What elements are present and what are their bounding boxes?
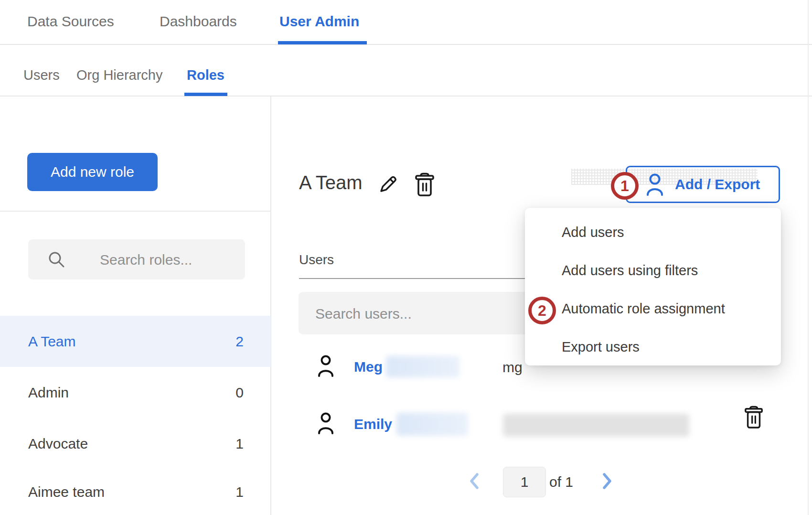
- tab-dashboards[interactable]: Dashboards: [160, 13, 237, 30]
- page-count-label: of 1: [549, 474, 573, 490]
- delete-user-button[interactable]: [743, 404, 764, 432]
- role-list-item[interactable]: Aimee team 1: [0, 469, 271, 515]
- tab-data-sources[interactable]: Data Sources: [27, 13, 114, 30]
- role-title: A Team: [299, 172, 363, 193]
- role-name: Admin: [28, 385, 69, 401]
- trash-icon: [414, 192, 436, 199]
- user-icon: [317, 355, 334, 379]
- role-name: Aimee team: [28, 484, 105, 500]
- annotation-badge-2: 2: [528, 297, 556, 324]
- add-export-button[interactable]: Add / Export: [626, 166, 780, 203]
- role-user-count: 2: [235, 333, 244, 350]
- search-icon: [47, 250, 66, 271]
- chevron-left-icon: [467, 486, 481, 493]
- menu-item-add-users-filters[interactable]: Add users using filters: [525, 251, 781, 290]
- user-icon: [317, 412, 334, 436]
- menu-item-export-users[interactable]: Export users: [525, 328, 781, 366]
- active-subtab-underline: [184, 93, 227, 96]
- menu-item-add-users[interactable]: Add users: [525, 213, 781, 251]
- user-name-link[interactable]: Meg: [354, 359, 383, 375]
- delete-role-button[interactable]: [414, 172, 436, 199]
- add-export-menu: Add users Add users using filters Automa…: [525, 208, 781, 365]
- role-name: Advocate: [28, 436, 88, 452]
- redacted-email: [503, 414, 689, 437]
- user-name-link[interactable]: Emily: [354, 416, 392, 432]
- chevron-right-icon: [600, 486, 614, 493]
- redacted-last-name: [396, 413, 468, 436]
- search-roles-input[interactable]: [99, 239, 239, 280]
- previous-page-button[interactable]: [467, 471, 481, 493]
- user-email-fragment: mg: [502, 359, 523, 376]
- next-page-button[interactable]: [600, 471, 614, 493]
- trash-icon: [743, 425, 764, 432]
- search-roles-box: [28, 239, 245, 279]
- role-user-count: 0: [235, 385, 244, 401]
- tab-org-hierarchy[interactable]: Org Hierarchy: [76, 67, 163, 83]
- role-list-item[interactable]: Advocate 1: [0, 418, 271, 469]
- sub-navigation: Users Org Hierarchy Roles: [0, 44, 812, 97]
- sidebar-section-divider: [0, 211, 271, 212]
- user-admin-screen: Data Sources Dashboards User Admin Users…: [0, 0, 812, 515]
- role-user-count: 1: [235, 436, 244, 452]
- role-list-item[interactable]: Admin 0: [0, 367, 271, 418]
- role-name: A Team: [28, 333, 76, 350]
- pencil-icon: [376, 190, 399, 197]
- add-new-role-button[interactable]: Add new role: [27, 153, 158, 191]
- redacted-last-name: [386, 356, 459, 377]
- tab-roles[interactable]: Roles: [187, 67, 224, 83]
- tab-users[interactable]: Users: [23, 67, 60, 83]
- annotation-badge-1: 1: [611, 172, 639, 200]
- page-number-box[interactable]: 1: [503, 467, 546, 497]
- edit-role-button[interactable]: [376, 173, 399, 197]
- users-column-header: Users: [299, 252, 334, 268]
- role-user-count: 1: [235, 484, 244, 500]
- top-navigation: Data Sources Dashboards User Admin: [0, 0, 812, 45]
- role-list-item[interactable]: A Team 2: [0, 316, 271, 367]
- menu-item-auto-role-assignment[interactable]: Automatic role assignment: [525, 290, 781, 328]
- add-export-label: Add / Export: [675, 176, 760, 193]
- page-right-edge: [808, 0, 809, 515]
- tab-user-admin[interactable]: User Admin: [279, 13, 359, 30]
- user-icon: [645, 173, 664, 196]
